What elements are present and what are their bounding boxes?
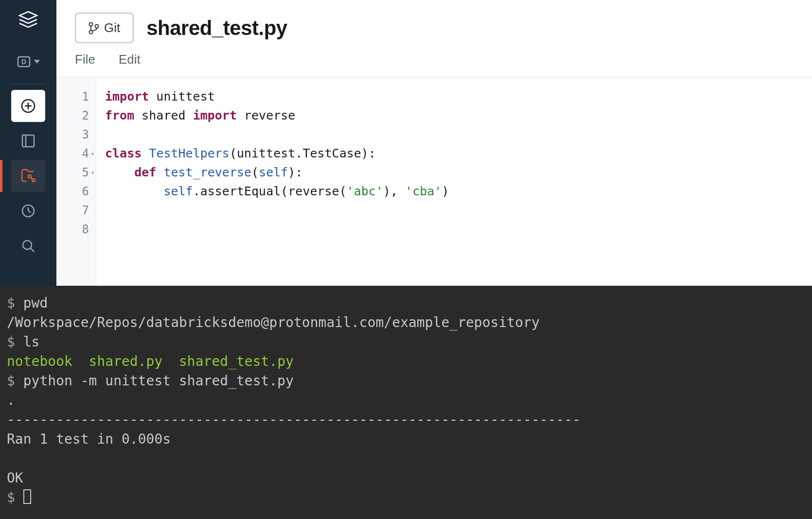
terminal-output: notebook shared.py shared_test.py: [7, 353, 294, 369]
svg-point-15: [89, 22, 93, 26]
terminal-command: python -m unittest shared_test.py: [23, 373, 294, 389]
svg-rect-5: [22, 135, 34, 147]
sidebar-divider: [11, 84, 45, 84]
terminal-prompt: $: [7, 373, 23, 389]
workspace-icon: [20, 133, 36, 149]
terminal-panel[interactable]: $ pwd /Workspace/Repos/databricksdemo@pr…: [0, 286, 812, 519]
svg-text:D: D: [21, 58, 26, 66]
editor-panel: D: [0, 0, 812, 286]
svg-line-14: [31, 248, 34, 252]
terminal-command: pwd: [23, 295, 48, 311]
sidebar-repos-item[interactable]: [11, 160, 45, 192]
svg-point-16: [89, 30, 93, 34]
terminal-prompt: $: [7, 489, 23, 505]
line-number: 2: [56, 106, 96, 125]
terminal-prompt: $: [7, 295, 23, 311]
git-button-label: Git: [104, 20, 120, 35]
line-number: 8: [56, 220, 96, 239]
terminal-output: OK: [7, 470, 23, 486]
terminal-prompt: $: [7, 334, 23, 350]
terminal-command: ls: [23, 334, 40, 350]
repos-icon: [20, 168, 36, 184]
menu-edit[interactable]: Edit: [119, 52, 141, 67]
search-icon: [20, 238, 36, 254]
code-line: from shared import reverse: [105, 106, 803, 125]
line-number: 1: [56, 87, 96, 106]
workspace-dropdown[interactable]: D: [11, 46, 45, 78]
menu-bar: File Edit: [56, 52, 812, 77]
menu-file[interactable]: File: [75, 52, 95, 67]
sidebar-workspace-item[interactable]: [11, 125, 45, 157]
code-line: import unittest: [105, 87, 803, 106]
terminal-output: /Workspace/Repos/databricksdemo@protonma…: [7, 314, 540, 330]
terminal-output: .: [7, 392, 15, 408]
header: Git shared_test.py: [56, 0, 812, 52]
line-number: 6: [56, 182, 96, 201]
code-line: def test_reverse(self):: [105, 163, 803, 182]
fold-arrow-icon[interactable]: ▾: [91, 150, 95, 157]
sidebar-create-button[interactable]: [11, 90, 45, 122]
sidebar-recents-item[interactable]: [11, 195, 45, 227]
code-line: [105, 201, 803, 220]
plus-circle-icon: [20, 98, 36, 114]
line-number: 5▾: [56, 163, 96, 182]
terminal-cursor: [23, 489, 31, 504]
sidebar-search-item[interactable]: [11, 230, 45, 262]
code-area[interactable]: import unittest from shared import rever…: [96, 77, 812, 286]
code-line: [105, 125, 803, 144]
code-editor[interactable]: 1 2 3 4▾ 5▾ 6 7 8 import unittest from s…: [56, 77, 812, 286]
logo-icon[interactable]: [16, 9, 41, 34]
terminal-output: Ran 1 test in 0.000s: [7, 431, 171, 447]
code-line: self.assertEqual(reverse('abc'), 'cba'): [105, 182, 803, 201]
line-number: 7: [56, 201, 96, 220]
main-editor: Git shared_test.py File Edit 1 2 3 4▾ 5▾…: [56, 0, 812, 286]
chevron-down-icon: [34, 60, 40, 64]
code-line: [105, 220, 803, 239]
gutter: 1 2 3 4▾ 5▾ 6 7 8: [56, 77, 96, 286]
line-number: 3: [56, 125, 96, 144]
svg-point-17: [95, 24, 99, 28]
sidebar: D: [0, 0, 56, 286]
code-line: class TestHelpers(unittest.TestCase):: [105, 144, 803, 163]
git-branch-icon: [88, 22, 99, 35]
svg-point-13: [23, 241, 32, 249]
terminal-output: ----------------------------------------…: [7, 412, 581, 428]
clock-icon: [20, 203, 36, 219]
svg-line-9: [31, 177, 33, 179]
line-number: 4▾: [56, 144, 96, 163]
file-title: shared_test.py: [146, 17, 287, 40]
fold-arrow-icon[interactable]: ▾: [91, 169, 95, 176]
git-button[interactable]: Git: [75, 13, 134, 43]
svg-line-12: [28, 211, 31, 212]
